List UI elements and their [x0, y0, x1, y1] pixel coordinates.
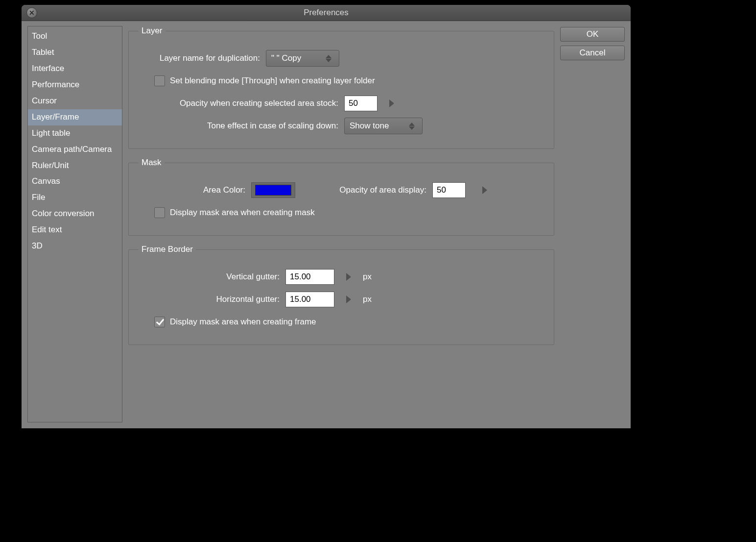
- sidebar-item[interactable]: Performance: [28, 77, 122, 93]
- group-mask: Mask Area Color: Opacity of area display…: [128, 158, 554, 236]
- blend-through-checkbox[interactable]: [154, 75, 165, 86]
- slider-icon[interactable]: [346, 296, 351, 303]
- area-color-value: [255, 185, 291, 196]
- window-title: Preferences: [22, 8, 631, 18]
- vgutter-input[interactable]: [285, 269, 334, 285]
- hgutter-unit: px: [363, 295, 372, 304]
- group-frame: Frame Border Vertical gutter: px Horizon…: [128, 245, 554, 345]
- stepper-icon: [323, 55, 334, 62]
- tone-dropdown[interactable]: Show tone: [344, 118, 423, 134]
- sidebar-item[interactable]: Cursor: [28, 93, 122, 109]
- mask-opacity-input[interactable]: [432, 182, 466, 198]
- dup-value: " " Copy: [271, 53, 301, 63]
- display-frame-mask-label: Display mask area when creating frame: [170, 317, 316, 327]
- titlebar: ✕ Preferences: [22, 5, 631, 21]
- sidebar: ToolTabletInterfacePerformanceCursorLaye…: [27, 26, 122, 422]
- sidebar-item[interactable]: File: [28, 190, 122, 206]
- vgutter-label: Vertical gutter:: [139, 272, 285, 282]
- tone-label: Tone effect in case of scaling down:: [139, 121, 344, 131]
- opacity-stock-input[interactable]: [344, 96, 378, 111]
- vgutter-unit: px: [363, 272, 372, 282]
- dup-dropdown[interactable]: " " Copy: [266, 50, 339, 67]
- hgutter-label: Horizontal gutter:: [139, 295, 285, 304]
- sidebar-item[interactable]: 3D: [28, 238, 122, 254]
- slider-icon[interactable]: [346, 273, 351, 281]
- sidebar-item[interactable]: Ruler/Unit: [28, 158, 122, 174]
- sidebar-item[interactable]: Light table: [28, 125, 122, 142]
- sidebar-item[interactable]: Canvas: [28, 173, 122, 190]
- area-color-label: Area Color:: [139, 185, 251, 195]
- sidebar-item[interactable]: Interface: [28, 61, 122, 77]
- button-column: OK Cancel: [560, 26, 625, 422]
- preferences-window: ✕ Preferences ToolTabletInterfacePerform…: [22, 5, 631, 428]
- display-mask-checkbox[interactable]: [154, 207, 165, 218]
- mask-opacity-label: Opacity of area display:: [295, 185, 432, 195]
- slider-icon[interactable]: [389, 99, 394, 107]
- group-mask-legend: Mask: [139, 158, 165, 168]
- cancel-button[interactable]: Cancel: [560, 46, 625, 60]
- sidebar-item[interactable]: Camera path/Camera: [28, 142, 122, 158]
- display-frame-mask-checkbox[interactable]: [154, 317, 165, 327]
- stepper-icon: [406, 123, 417, 130]
- tone-value: Show tone: [350, 121, 389, 131]
- content: ToolTabletInterfacePerformanceCursorLaye…: [22, 21, 631, 428]
- sidebar-item[interactable]: Tablet: [28, 45, 122, 61]
- opacity-stock-label: Opacity when creating selected area stoc…: [139, 99, 344, 108]
- main-panel: Layer Layer name for duplication: " " Co…: [128, 26, 554, 422]
- display-mask-label: Display mask area when creating mask: [170, 208, 315, 218]
- slider-icon[interactable]: [482, 186, 487, 194]
- sidebar-item[interactable]: Color conversion: [28, 206, 122, 222]
- ok-button[interactable]: OK: [560, 27, 625, 42]
- sidebar-item[interactable]: Tool: [28, 28, 122, 45]
- group-layer-legend: Layer: [139, 26, 165, 36]
- blend-through-label: Set blending mode [Through] when creatin…: [170, 76, 375, 86]
- group-layer: Layer Layer name for duplication: " " Co…: [128, 26, 554, 149]
- area-color-swatch[interactable]: [251, 182, 295, 198]
- hgutter-input[interactable]: [285, 292, 334, 307]
- sidebar-item[interactable]: Layer/Frame: [28, 109, 122, 125]
- sidebar-item[interactable]: Edit text: [28, 222, 122, 238]
- group-frame-legend: Frame Border: [139, 245, 196, 254]
- dup-label: Layer name for duplication:: [139, 53, 266, 63]
- close-icon[interactable]: ✕: [26, 7, 37, 18]
